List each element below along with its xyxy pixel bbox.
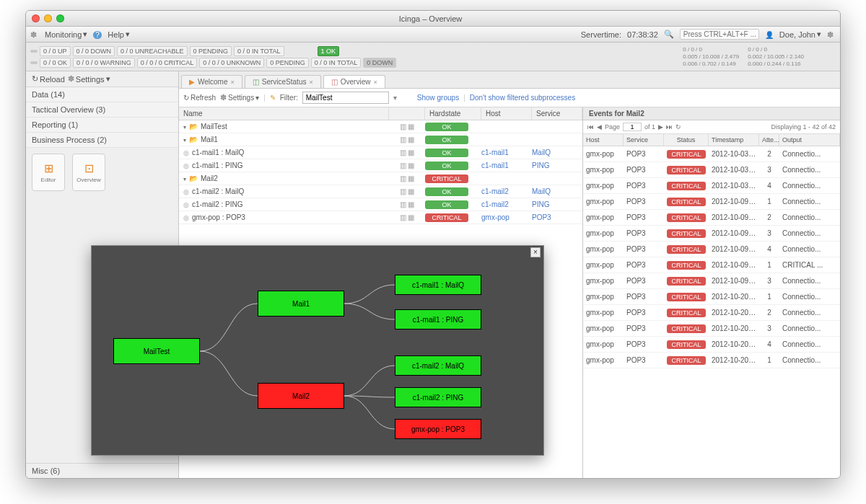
page-input[interactable]	[623, 123, 642, 131]
col-name[interactable]: Name	[179, 107, 389, 120]
status-pill[interactable]: 0 / 0 / 0 UNKNOWN	[199, 58, 264, 68]
pager-first-icon[interactable]: ⏮	[587, 123, 594, 131]
close-icon[interactable]: ×	[231, 79, 235, 86]
window-title: Icinga – Overview	[64, 14, 797, 23]
event-row[interactable]: gmx-popPOP3CRITICAL2012-10-20 ...1Connec…	[583, 289, 840, 305]
bp-editor-button[interactable]: ⊞Editor	[32, 154, 65, 191]
status-pill[interactable]: 0 / 0 UP	[40, 46, 71, 56]
status-pill[interactable]: 0 / 0 DOWN	[73, 46, 115, 56]
minimize-window-icon[interactable]	[44, 14, 52, 22]
titlebar: Icinga – Overview	[26, 11, 840, 27]
status-ok-badge[interactable]: 1 OK	[318, 46, 340, 56]
show-groups-link[interactable]: Show groups	[417, 94, 459, 102]
graph-node-gmx-pop3[interactable]: gmx-pop : POP3	[395, 419, 481, 439]
event-row[interactable]: gmx-popPOP3CRITICAL2012-10-09 ...3Connec…	[583, 226, 840, 242]
bp-overview-button[interactable]: ⊡Overview	[72, 154, 105, 191]
event-row[interactable]: gmx-popPOP3CRITICAL2012-10-09 ...1CRITIC…	[583, 257, 840, 273]
col-hardstate[interactable]: Hardstate	[425, 107, 481, 120]
tree-row[interactable]: c1-mail2 : MailQ▥ ▦OKc1-mail2MailQ	[179, 185, 582, 198]
status-pill[interactable]: 0 / 0 UNREACHABLE	[117, 46, 188, 56]
sidebar-section-misc[interactable]: Misc (6)	[26, 463, 178, 478]
tree-row[interactable]: Mail2▥ ▦CRITICAL	[179, 172, 582, 185]
sidebar-section-reporting[interactable]: Reporting (1)	[26, 118, 178, 133]
event-row[interactable]: gmx-popPOP3CRITICAL2012-10-20 ...4Connec…	[583, 337, 840, 353]
event-row[interactable]: gmx-popPOP3CRITICAL2012-10-20 ...3Connec…	[583, 321, 840, 337]
col-service[interactable]: Service	[624, 134, 664, 146]
col-service[interactable]: Service	[532, 107, 582, 120]
tab-strip: ▶Welcome× ◫ServiceStatus× ◫Overview×	[179, 71, 840, 89]
refresh-button[interactable]: ↻ Refresh	[183, 94, 216, 102]
hide-filtered-link[interactable]: Don't show filtered subprocesses	[470, 94, 575, 102]
filter-label: Filter:	[280, 94, 298, 102]
col-attempt[interactable]: Atte...	[759, 134, 779, 146]
sidebar-section-bp[interactable]: Business Process (2)	[26, 133, 178, 148]
tree-row[interactable]: MailTest▥ ▦OK	[179, 120, 582, 133]
close-icon[interactable]: ×	[373, 79, 377, 86]
tree-row[interactable]: Mail1▥ ▦OK	[179, 133, 582, 146]
gear-icon	[30, 30, 39, 39]
event-row[interactable]: gmx-popPOP3CRITICAL2012-10-20 ...2Connec…	[583, 305, 840, 321]
graph-node-c1m1-ping[interactable]: c1-mail1 : PING	[395, 309, 481, 330]
status-pill[interactable]: 0 / 0 / 0 WARNING	[73, 58, 135, 68]
close-icon[interactable]: ×	[530, 247, 541, 257]
help-menu[interactable]: Help ▾	[108, 30, 130, 39]
graph-node-c1m2-ping[interactable]: c1-mail2 : PING	[395, 387, 481, 407]
status-pill[interactable]: 0 / 0 IN TOTAL	[234, 46, 284, 56]
close-icon[interactable]: ×	[309, 79, 312, 86]
user-menu[interactable]: Doe, John ▾	[779, 30, 821, 39]
tree-row[interactable]: c1-mail2 : PING▥ ▦OKc1-mail2PING	[179, 198, 582, 211]
graph-node-mailtest[interactable]: MailTest	[113, 338, 200, 364]
event-row[interactable]: gmx-popPOP3CRITICAL2012-10-09 ...4Connec…	[583, 242, 840, 257]
status-pill[interactable]: 0 / 0 OK	[40, 58, 71, 68]
event-row[interactable]: gmx-popPOP3CRITICAL2012-10-20 ...1Connec…	[583, 353, 840, 368]
graph-node-mail2[interactable]: Mail2	[258, 383, 344, 409]
perf-stats-1: 0 / 0 / 0 0.005 / 10.008 / 2.479 0.006 /…	[683, 46, 739, 68]
status-pill[interactable]: 0 PENDING	[266, 58, 309, 68]
window-controls	[26, 14, 64, 22]
tree-row[interactable]: c1-mail1 : MailQ▥ ▦OKc1-mail1MailQ	[179, 146, 582, 159]
events-title: Events for Mail2	[583, 107, 840, 120]
pager-refresh-icon[interactable]: ↻	[675, 123, 681, 131]
tree-row[interactable]: gmx-pop : POP3▥ ▦CRITICALgmx-popPOP3	[179, 211, 582, 224]
col-host[interactable]: Host	[583, 134, 624, 146]
sidebar-section-tactical[interactable]: Tactical Overview (3)	[26, 102, 178, 118]
event-row[interactable]: gmx-popPOP3CRITICAL2012-10-03 ...4Connec…	[583, 178, 840, 194]
pager-last-icon[interactable]: ⏭	[666, 123, 673, 131]
col-timestamp[interactable]: Timestamp	[709, 134, 759, 146]
sidebar-section-data[interactable]: Data (14)	[26, 87, 178, 102]
tab-overview[interactable]: ◫Overview×	[323, 75, 385, 88]
status-pill[interactable]: 0 / 0 / 0 CRITICAL	[137, 58, 198, 68]
tab-servicestatus[interactable]: ◫ServiceStatus×	[245, 75, 321, 88]
pager-prev-icon[interactable]: ◀	[597, 123, 602, 131]
col-host[interactable]: Host	[481, 107, 532, 120]
event-row[interactable]: gmx-popPOP3CRITICAL2012-10-03 ...2Connec…	[583, 146, 840, 162]
overview-toolbar: ↻ Refresh Settings ▾ | ✎ Filter: ▾ Show …	[179, 89, 840, 107]
event-row[interactable]: gmx-popPOP3CRITICAL2012-10-03 ...3Connec…	[583, 162, 840, 178]
graph-node-c1m2-mailq[interactable]: c1-mail2 : MailQ	[395, 355, 481, 376]
event-row[interactable]: gmx-popPOP3CRITICAL2012-10-09 ...2Connec…	[583, 210, 840, 226]
tree-row[interactable]: c1-mail1 : PING▥ ▦OKc1-mail1PING	[179, 159, 582, 172]
search-input[interactable]	[680, 29, 759, 40]
event-row[interactable]: gmx-popPOP3CRITICAL2012-10-09 ...3Connec…	[583, 273, 840, 289]
status-down-badge[interactable]: 0 DOWN	[363, 58, 396, 68]
tab-welcome[interactable]: ▶Welcome×	[181, 75, 242, 88]
col-status[interactable]: Status	[664, 134, 709, 146]
toolbar-settings-button[interactable]: Settings ▾	[220, 93, 259, 102]
pager-next-icon[interactable]: ▶	[658, 123, 663, 131]
zoom-window-icon[interactable]	[56, 14, 64, 22]
displaying-label: Displaying 1 - 42 of 42	[771, 123, 836, 131]
monitoring-menu[interactable]: Monitoring ▾	[45, 30, 87, 39]
status-summary-bar: 0 / 0 UP 0 / 0 DOWN 0 / 0 UNREACHABLE 0 …	[26, 43, 840, 71]
settings-icon[interactable]	[827, 30, 836, 39]
col-output[interactable]: Output	[779, 134, 840, 146]
close-window-icon[interactable]	[32, 14, 40, 22]
reload-button[interactable]: ↻ Reload	[32, 74, 65, 84]
filter-input[interactable]	[302, 92, 389, 104]
status-pill[interactable]: 0 PENDING	[190, 46, 232, 56]
event-row[interactable]: gmx-popPOP3CRITICAL2012-10-09 ...1Connec…	[583, 194, 840, 210]
sidebar-settings-button[interactable]: Settings ▾	[68, 74, 110, 84]
status-pill[interactable]: 0 / 0 IN TOTAL	[311, 58, 362, 68]
help-icon	[93, 30, 102, 39]
graph-node-c1m1-mailq[interactable]: c1-mail1 : MailQ	[395, 275, 481, 295]
graph-node-mail1[interactable]: Mail1	[258, 291, 344, 317]
